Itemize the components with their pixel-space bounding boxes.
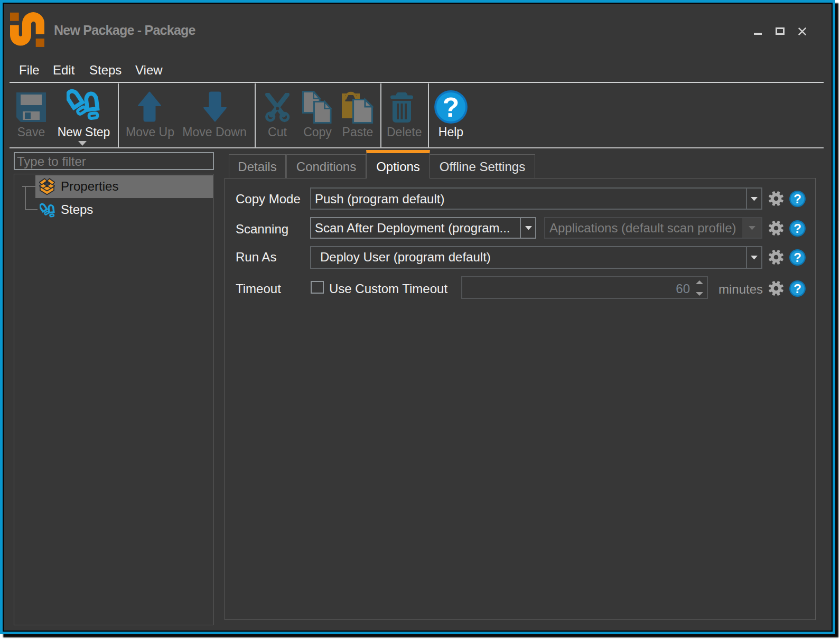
svg-text:?: ?: [443, 92, 460, 123]
